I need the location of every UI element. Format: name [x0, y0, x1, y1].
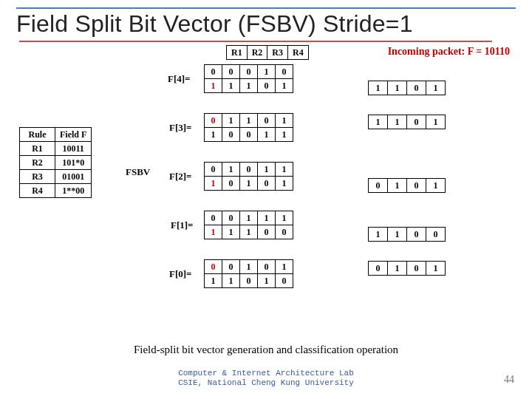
table-row: R1 R2 R3 R4: [227, 46, 309, 60]
table-row: 00101: [205, 260, 293, 274]
table-row: 10101: [205, 177, 293, 191]
col-headers-table: R1 R2 R3 R4: [226, 45, 309, 60]
result-f1-wrap: 1100: [368, 227, 446, 242]
table-row: 11100: [205, 225, 293, 239]
content-area: Incoming packet: F = 10110 Rule Field F …: [16, 42, 516, 338]
f1-label: F[1]=: [171, 219, 194, 231]
f0-table: 00101 11010: [204, 259, 293, 288]
table-row: 00111: [205, 211, 293, 225]
page-number: 44: [504, 374, 514, 386]
table-row: 0101: [369, 262, 446, 276]
result-f4: 1101: [368, 81, 446, 95]
table-row: R301001: [20, 170, 92, 184]
footer-line-1: Computer & Internet Architecture Lab: [0, 369, 532, 379]
table-row: 1100: [369, 228, 446, 242]
f0-label: F[0]=: [169, 268, 192, 280]
result-f0-wrap: 0101: [368, 261, 446, 276]
slide-title: Field Split Bit Vector (FSBV) Stride=1: [16, 10, 516, 38]
rules-header-rule: Rule: [20, 128, 55, 142]
table-row: 00010: [205, 65, 293, 79]
f1-table-wrap: 00111 11100: [204, 211, 293, 239]
slide: Field Split Bit Vector (FSBV) Stride=1 I…: [0, 0, 532, 399]
table-row: Rule Field F: [20, 128, 92, 142]
result-f2: 0101: [368, 178, 446, 193]
footer-line-2: CSIE, National Cheng Kung University: [0, 378, 532, 389]
col-header: R3: [267, 46, 288, 60]
footer: Computer & Internet Architecture Lab CSI…: [0, 369, 532, 389]
table-row: 1101: [369, 115, 446, 129]
rules-header-field: Field F: [55, 128, 92, 142]
table-row: 01101: [205, 114, 293, 128]
result-f1: 1100: [368, 227, 446, 242]
table-row: R2101*0: [20, 156, 92, 170]
table-row: 1101: [369, 81, 446, 95]
f3-label: F[3]=: [169, 122, 192, 134]
f0-table-wrap: 00101 11010: [204, 259, 293, 288]
f2-label: F[2]=: [169, 171, 192, 183]
f3-table-wrap: 01101 10011: [204, 113, 293, 142]
f3-table: 01101 10011: [204, 113, 293, 142]
col-header: R2: [247, 46, 267, 60]
top-rule: [16, 7, 516, 9]
table-row: 0101: [369, 179, 446, 193]
col-headers-wrap: R1 R2 R3 R4: [226, 45, 309, 60]
f1-table: 00111 11100: [204, 211, 293, 239]
rules-table-wrap: Rule Field F R110011 R2101*0 R301001 R41…: [19, 127, 92, 198]
table-row: 11010: [205, 274, 293, 288]
table-row: 11101: [205, 79, 293, 93]
fsbv-label: FSBV: [126, 166, 150, 178]
result-f4-wrap: 1101: [368, 81, 446, 95]
incoming-packet-label: Incoming packet: F = 10110: [388, 46, 510, 58]
table-row: 10011: [205, 128, 293, 142]
caption: Field-split bit vector generation and cl…: [0, 344, 532, 356]
result-f3: 1101: [368, 115, 446, 129]
table-row: 01011: [205, 163, 293, 177]
f4-table-wrap: 00010 11101: [204, 64, 293, 93]
col-header: R4: [288, 46, 309, 60]
result-f3-wrap: 1101: [368, 115, 446, 129]
f4-label: F[4]=: [168, 73, 191, 85]
rules-table: Rule Field F R110011 R2101*0 R301001 R41…: [19, 127, 92, 198]
col-header: R1: [227, 46, 248, 60]
f4-table: 00010 11101: [204, 64, 293, 93]
result-f0: 0101: [368, 261, 446, 276]
table-row: R41**00: [20, 184, 92, 198]
f2-table-wrap: 01011 10101: [204, 162, 293, 191]
table-row: R110011: [20, 142, 92, 156]
f2-table: 01011 10101: [204, 162, 293, 191]
result-f2-wrap: 0101: [368, 178, 446, 193]
